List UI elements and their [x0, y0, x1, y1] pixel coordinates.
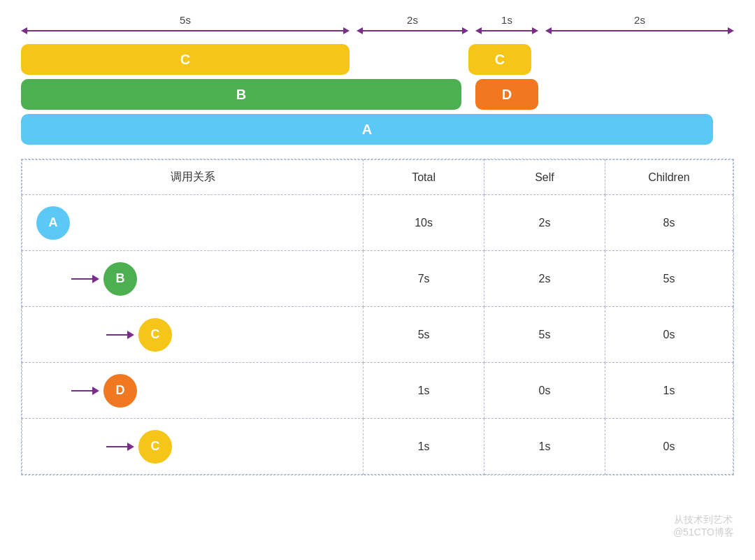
horiz-line-B: [71, 278, 92, 280]
tree-cell-A: A: [22, 195, 364, 251]
arrow-5s-right: [343, 27, 350, 34]
tree-cell-C2: C: [22, 419, 364, 475]
horiz-line-C2: [106, 446, 127, 447]
node-A: A: [36, 206, 70, 240]
watermark-line2: @51CTO博客: [673, 526, 734, 539]
bar-row-3: A: [21, 114, 734, 145]
arrows-section: 5s 2s 1s: [21, 14, 734, 34]
bars-area: C C B D A: [21, 44, 734, 145]
table-section: 调用关系 Total Self Children A 10s 2s 8s: [21, 159, 734, 475]
horiz-line-D: [71, 390, 92, 392]
arrow-2s-2: 2s: [545, 14, 734, 34]
arrow-2s-2-line: [545, 27, 734, 34]
arrow-2s-2-label: 2s: [634, 14, 645, 26]
table-row-D: D 1s 0s 1s: [22, 363, 733, 419]
table-header-row: 调用关系 Total Self Children: [22, 160, 733, 195]
table-row-A: A 10s 2s 8s: [22, 195, 733, 251]
arrow-5s-left: [21, 27, 27, 34]
cell-C2-children: 0s: [605, 419, 733, 475]
arrow-to-B: [71, 275, 99, 283]
arrow-1s: 1s: [475, 14, 538, 34]
cell-C1-self: 5s: [484, 307, 605, 363]
node-C2: C: [138, 430, 172, 464]
cell-C2-self: 1s: [484, 419, 605, 475]
arrow-5s-line: [21, 27, 350, 34]
cell-C1-total: 5s: [364, 307, 484, 363]
arrow-5s-shaft: [27, 30, 343, 31]
horiz-line-C1: [106, 334, 127, 336]
arrow-to-C2: [106, 443, 134, 451]
bar-B: B: [21, 79, 461, 110]
timeline-section: 5s 2s 1s: [0, 0, 755, 152]
tree-cell-C1: C: [22, 307, 364, 363]
arrow-2s-1-left: [357, 27, 363, 34]
arrow-5s-label: 5s: [180, 14, 191, 26]
cell-C1-children: 0s: [605, 307, 733, 363]
cell-C2-total: 1s: [364, 419, 484, 475]
tree-cell-B: B: [22, 251, 364, 307]
arrow-2s-2-left: [545, 27, 552, 34]
arrow-2s-1-shaft: [363, 30, 462, 31]
watermark-line1: 从技术到艺术: [673, 514, 734, 526]
main-container: 5s 2s 1s: [0, 0, 755, 475]
table-row-C2: C 1s 1s 0s: [22, 419, 733, 475]
arrow-head-B: [92, 275, 99, 283]
node-C1: C: [138, 318, 172, 352]
cell-D-children: 1s: [605, 363, 733, 419]
arrow-head-C2: [127, 443, 134, 451]
table-row-B: B 7s 2s 5s: [22, 251, 733, 307]
arrow-2s-1-right: [462, 27, 468, 34]
arrow-1s-left: [475, 27, 482, 34]
arrow-1s-label: 1s: [501, 14, 512, 26]
tree-cell-D: D: [22, 363, 364, 419]
cell-A-children: 8s: [605, 195, 733, 251]
bar-row-1: C C: [21, 44, 734, 75]
call-table: 调用关系 Total Self Children A 10s 2s 8s: [22, 159, 733, 475]
col-header-total: Total: [364, 160, 484, 195]
bar-C-long: C: [21, 44, 350, 75]
arrow-2s-2-shaft: [552, 30, 728, 31]
watermark: 从技术到艺术 @51CTO博客: [673, 514, 734, 539]
arrow-2s-2-right: [728, 27, 734, 34]
arrow-1s-right: [532, 27, 538, 34]
cell-A-total: 10s: [364, 195, 484, 251]
arrow-2s-1-line: [357, 27, 468, 34]
col-header-self: Self: [484, 160, 605, 195]
node-B: B: [103, 262, 137, 296]
arrow-to-C1: [106, 331, 134, 339]
arrow-to-D: [71, 387, 99, 395]
arrow-1s-line: [475, 27, 538, 34]
cell-D-self: 0s: [484, 363, 605, 419]
table-row-C1: C 5s 5s 0s: [22, 307, 733, 363]
cell-B-self: 2s: [484, 251, 605, 307]
bar-row-2: B D: [21, 79, 734, 110]
node-D: D: [103, 374, 137, 408]
arrow-1s-shaft: [482, 30, 532, 31]
arrow-head-D: [92, 387, 99, 395]
col-header-relation: 调用关系: [22, 160, 364, 195]
arrow-2s-1-label: 2s: [407, 14, 418, 26]
arrow-head-C1: [127, 331, 134, 339]
cell-B-total: 7s: [364, 251, 484, 307]
bar-D: D: [475, 79, 538, 110]
cell-A-self: 2s: [484, 195, 605, 251]
col-header-children: Children: [605, 160, 733, 195]
bar-C-short: C: [468, 44, 531, 75]
arrow-5s: 5s: [21, 14, 350, 34]
arrow-2s-1: 2s: [357, 14, 468, 34]
cell-D-total: 1s: [364, 363, 484, 419]
cell-B-children: 5s: [605, 251, 733, 307]
bar-A: A: [21, 114, 713, 145]
